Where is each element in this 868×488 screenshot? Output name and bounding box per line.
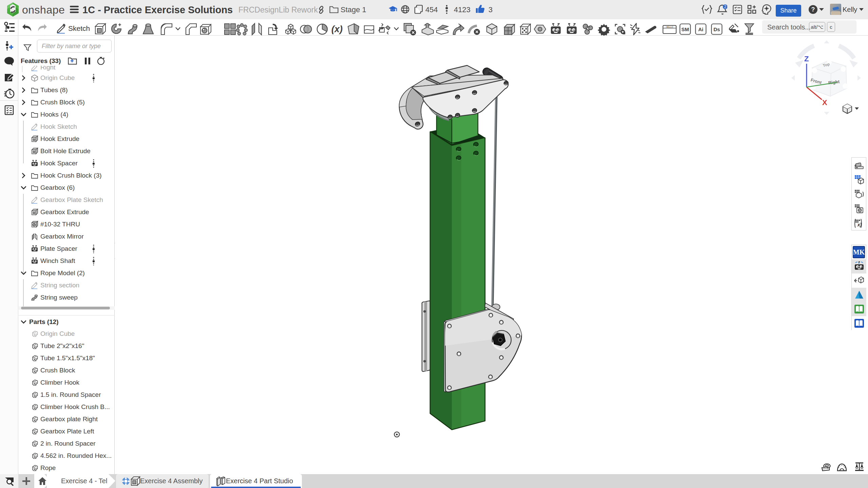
svg-text:SM: SM bbox=[681, 26, 689, 32]
svg-text:?: ? bbox=[811, 6, 815, 13]
svg-text:HELLO: HELLO bbox=[666, 26, 673, 28]
svg-text:Ds: Ds bbox=[713, 26, 720, 32]
svg-text:X: X bbox=[822, 98, 827, 107]
svg-text:x): x) bbox=[857, 222, 862, 227]
svg-text:2: 2 bbox=[724, 4, 727, 9]
svg-text:Z: Z bbox=[804, 55, 809, 63]
svg-text:Ai: Ai bbox=[698, 26, 703, 32]
